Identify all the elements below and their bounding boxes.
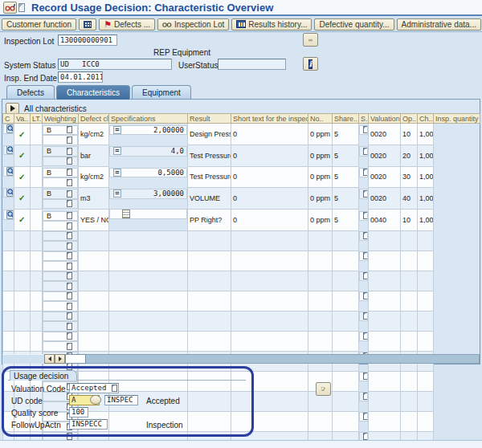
cell-detail[interactable] [3,145,14,156]
cell-op[interactable]: 0020 [369,188,401,210]
cell-lt[interactable] [31,188,43,210]
cell-s[interactable]: 5 [333,209,359,231]
scrollbar-thumb[interactable] [65,354,86,364]
cell-valuated[interactable]: ✓ [14,166,31,188]
cell-ch[interactable] [401,231,418,251]
cell-lt[interactable] [31,291,43,312]
cell-s[interactable]: 5 [333,188,359,210]
cell-share[interactable] [308,332,333,352]
detail-magnifier-button[interactable] [6,124,14,133]
cell-insp-quantity[interactable] [418,372,434,392]
cell-valuation[interactable] [359,251,368,262]
cell-specifications[interactable] [79,251,109,271]
cell-valuation[interactable] [359,271,368,282]
cell-result[interactable] [109,332,188,352]
cell-valuation[interactable]: Accepte [359,168,368,178]
tab-defects[interactable]: Defects [6,85,55,100]
cell-share[interactable] [308,291,333,312]
cell-op[interactable] [369,392,401,412]
cell-lt[interactable] [31,231,43,251]
scrollbar-track[interactable] [86,354,480,364]
cell-s[interactable] [333,271,359,291]
col-header-short-text[interactable]: Short text for the inspecti [231,114,308,124]
cell-lt[interactable] [31,209,43,231]
cell-s[interactable] [333,251,359,271]
inspection-lot-button[interactable]: Inspection Lot [157,18,229,31]
cell-valuated[interactable] [14,291,31,312]
cell-valuation[interactable] [359,312,368,322]
cell-insp-quantity[interactable]: 1,000 [418,124,434,145]
cell-s[interactable] [333,412,359,432]
col-header-lt[interactable]: LT. [31,114,43,124]
cell-specifications[interactable]: kg/cm2 [79,166,109,188]
administrative-data-button[interactable]: Administrative data... [397,18,481,31]
cell-op[interactable]: 0020 [369,166,401,188]
cell-ch[interactable]: 10 [401,124,418,145]
cell-insp-quantity[interactable] [418,412,434,432]
cell-defect-class[interactable] [43,199,78,210]
cell-short-text[interactable] [188,291,231,312]
inspection-lot-display-button[interactable] [303,33,318,47]
cell-s[interactable] [333,231,359,251]
cell-detail[interactable] [3,312,14,332]
cell-ch[interactable] [401,291,418,312]
cell-detail[interactable] [3,210,14,220]
cell-lt[interactable] [31,166,43,188]
cell-ch[interactable]: 10 [401,209,418,231]
cell-specifications[interactable] [79,271,109,291]
cell-no[interactable] [231,251,308,271]
cell-valuation[interactable] [359,231,368,242]
customer-function-button[interactable]: Customer function [2,18,76,31]
cell-detail[interactable] [3,166,14,177]
cell-specifications[interactable]: YES / NOT [79,209,109,231]
cell-valuation[interactable]: Accepte [359,146,368,157]
cell-op[interactable]: 0020 [369,124,401,145]
col-header-no[interactable]: No.. [308,114,333,124]
cell-ch[interactable]: 40 [401,188,418,210]
cell-op[interactable] [369,372,401,392]
cell-no[interactable]: 0 [231,209,308,231]
cell-lt[interactable] [31,251,43,271]
system-status-field[interactable]: UD ICC0 [58,59,172,70]
cell-valuation[interactable] [359,372,368,382]
cell-weighting[interactable] [43,251,78,262]
col-header-va[interactable]: Va.. [14,114,31,124]
defective-quantity-button[interactable]: Defective quantity... [314,18,394,31]
cell-valuated[interactable]: ✓ [14,209,31,231]
cell-short-text[interactable] [188,251,231,271]
results-history-button[interactable]: Results history... [231,18,312,31]
usage-decision-icon[interactable] [3,2,17,14]
cell-ch[interactable] [401,372,418,392]
cell-insp-quantity[interactable]: 1,000 [418,209,434,231]
detail-magnifier-button[interactable] [6,167,14,176]
cell-detail[interactable] [3,231,14,251]
cell-op[interactable] [369,412,401,432]
cell-defect-class[interactable] [43,341,78,352]
cell-result[interactable] [109,312,188,332]
cell-valuation[interactable]: Accepte [359,189,368,199]
cell-specifications[interactable]: bar [79,145,109,167]
cell-share[interactable]: 0 ppm [308,145,333,167]
cell-share[interactable] [308,231,333,251]
cell-result[interactable] [109,209,187,219]
cell-short-text[interactable]: VOLUME [188,188,231,210]
cell-no[interactable] [231,231,308,251]
cell-weighting[interactable] [43,332,78,342]
cell-detail[interactable] [3,188,14,198]
cell-specifications[interactable] [79,291,109,312]
cell-lt[interactable] [31,312,43,332]
cell-weighting[interactable]: B [43,211,78,222]
col-header-insp-quantity[interactable]: Insp. quantity [434,114,480,124]
cell-result[interactable] [109,251,188,271]
cell-defect-class[interactable] [43,241,78,251]
cell-short-text[interactable] [188,332,231,352]
cell-valuation[interactable] [359,412,368,422]
cell-specifications[interactable] [79,231,109,251]
cell-share[interactable] [308,251,333,271]
cell-lt[interactable] [31,145,43,167]
cell-weighting[interactable]: B [43,189,78,199]
valuation-code-field[interactable]: Accepted (C [69,383,119,393]
cell-weighting[interactable] [43,312,78,322]
cell-share[interactable]: 0 ppm [308,188,333,210]
cell-op[interactable]: 0040 [369,209,401,231]
